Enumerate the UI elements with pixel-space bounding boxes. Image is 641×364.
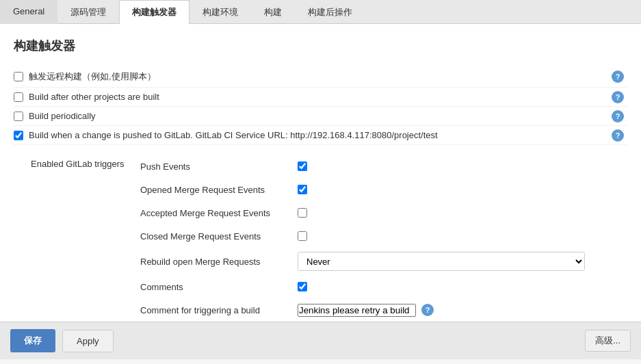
option-control-closed-merge <box>298 231 307 241</box>
option-label-opened-merge: Opened Merge Request Events <box>140 185 298 195</box>
option-row-comments: Comments <box>140 275 627 298</box>
gitlab-section-label: Enabled GitLab triggers <box>31 155 140 169</box>
gitlab-section: Enabled GitLab triggers Push Events Open… <box>14 145 627 322</box>
closed-merge-checkbox[interactable] <box>298 231 307 241</box>
option-row-push-events: Push Events <box>140 155 627 178</box>
trigger-gitlab-help-icon[interactable]: ? <box>612 129 624 142</box>
trigger-row-gitlab: Build when a change is pushed to GitLab.… <box>14 126 627 145</box>
page-content: 构建触发器 触发远程构建（例如,使用脚本） ? Build after othe… <box>0 24 641 359</box>
option-label-push-events: Push Events <box>140 161 298 172</box>
option-label-comments: Comments <box>140 282 298 292</box>
rebuild-merge-select[interactable]: Never On push to source branch On push t… <box>298 252 585 271</box>
option-label-rebuild-merge: Rebuild open Merge Requests <box>140 257 298 267</box>
bottom-bar: 保存 Apply 高级... <box>0 322 641 359</box>
trigger-remote-label: 触发远程构建（例如,使用脚本） <box>29 70 156 83</box>
option-row-rebuild-merge: Rebuild open Merge Requests Never On pus… <box>140 248 627 275</box>
tab-build[interactable]: 构建 <box>251 0 295 24</box>
tabs-bar: General 源码管理 构建触发器 构建环境 构建 构建后操作 <box>0 0 641 24</box>
comment-trigger-help-icon[interactable]: ? <box>421 304 434 316</box>
trigger-periodic-help-icon[interactable]: ? <box>612 110 624 122</box>
tab-source-mgmt[interactable]: 源码管理 <box>57 0 119 24</box>
option-row-closed-merge: Closed Merge Request Events <box>140 224 627 248</box>
trigger-after-other-checkbox[interactable] <box>14 92 23 102</box>
trigger-remote-checkbox[interactable] <box>14 72 23 81</box>
gitlab-content: Push Events Opened Merge Request Events … <box>140 155 627 322</box>
accepted-merge-checkbox[interactable] <box>298 208 307 218</box>
trigger-periodic-label: Build periodically <box>29 111 96 121</box>
opened-merge-checkbox[interactable] <box>298 185 307 194</box>
apply-button[interactable]: Apply <box>62 330 114 352</box>
option-control-rebuild-merge: Never On push to source branch On push t… <box>298 252 585 271</box>
page-title: 构建触发器 <box>14 38 627 54</box>
tab-build-env[interactable]: 构建环境 <box>189 0 251 24</box>
save-button[interactable]: 保存 <box>10 329 55 352</box>
trigger-periodic-checkbox[interactable] <box>14 112 23 121</box>
comment-trigger-input[interactable] <box>298 304 416 317</box>
trigger-gitlab-checkbox[interactable] <box>14 131 23 140</box>
option-label-closed-merge: Closed Merge Request Events <box>140 231 298 242</box>
trigger-row-remote: 触发远程构建（例如,使用脚本） ? <box>14 66 627 88</box>
trigger-gitlab-label: Build when a change is pushed to GitLab.… <box>29 130 438 140</box>
gitlab-layout: Enabled GitLab triggers Push Events Open… <box>31 155 627 322</box>
option-control-push-events <box>298 161 307 171</box>
option-row-comment-trigger: Comment for triggering a build ? <box>140 298 627 322</box>
trigger-after-other-help-icon[interactable]: ? <box>612 91 624 103</box>
trigger-row-periodic: Build periodically ? <box>14 107 627 126</box>
option-label-comment-trigger: Comment for triggering a build <box>140 305 298 315</box>
tab-post-build[interactable]: 构建后操作 <box>295 0 365 24</box>
trigger-row-after-other: Build after other projects are built ? <box>14 88 627 107</box>
option-control-opened-merge <box>298 185 307 194</box>
comment-trigger-with-help: ? <box>298 304 434 317</box>
option-label-accepted-merge: Accepted Merge Request Events <box>140 208 298 218</box>
push-events-checkbox[interactable] <box>298 161 307 171</box>
tab-build-triggers[interactable]: 构建触发器 <box>119 0 189 24</box>
comments-checkbox[interactable] <box>298 282 307 291</box>
trigger-after-other-label: Build after other projects are built <box>29 92 159 102</box>
option-control-comments <box>298 282 307 291</box>
tab-general[interactable]: General <box>0 0 57 24</box>
option-control-accepted-merge <box>298 208 307 218</box>
trigger-remote-help-icon[interactable]: ? <box>612 70 624 83</box>
option-row-opened-merge: Opened Merge Request Events <box>140 178 627 201</box>
advanced-button[interactable]: 高级... <box>585 330 631 352</box>
option-row-accepted-merge: Accepted Merge Request Events <box>140 201 627 224</box>
